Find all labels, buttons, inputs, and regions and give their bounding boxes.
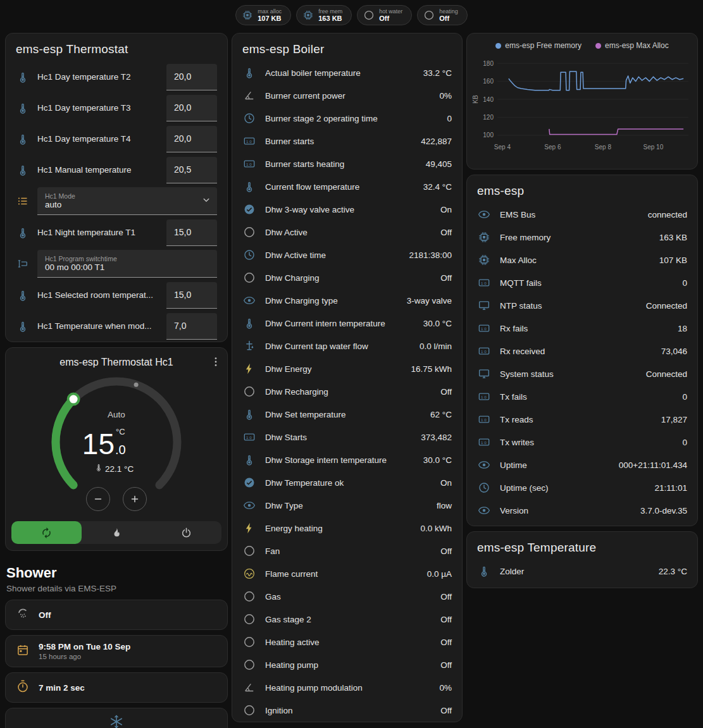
entity-icon-box (477, 299, 491, 312)
entity-row[interactable]: 1 0Burner starts422,887 (232, 130, 462, 152)
entity-row[interactable]: 1 0Rx received73,046 (467, 340, 697, 362)
entity-row[interactable]: Actual boiler temperature33.2 °C (232, 61, 462, 84)
entity-row[interactable]: 1 0Tx writes0 (467, 431, 697, 453)
entity-row[interactable]: 1 0Dhw Starts373,482 (232, 426, 462, 448)
counter-icon: 1 0 (478, 322, 490, 335)
boiler-entity-rows: Actual boiler temperature33.2 °CBurner c… (232, 61, 462, 722)
entity-state: 17,827 (661, 415, 687, 424)
entity-name: Hc1 Temperature when mod... (37, 321, 159, 331)
status-chip-heating[interactable]: heatingOff (417, 5, 468, 25)
entity-row[interactable]: 1 0Tx fails0 (467, 385, 697, 408)
entity-row[interactable]: Heating activeOff (232, 631, 462, 653)
entity-state: Off (440, 660, 452, 670)
mode-select[interactable]: Hc1 Modeauto (37, 187, 217, 215)
entity-row[interactable]: Dhw ChargingOff (232, 266, 462, 289)
thermometer-icon (16, 102, 29, 114)
temperature-input[interactable] (166, 157, 217, 183)
entity-row[interactable]: System statusConnected (467, 362, 697, 385)
entity-row[interactable]: Dhw Charging type3-way valve (232, 289, 462, 312)
shower-row[interactable]: 9:58 PM on Tue 10 Sep15 hours ago (5, 635, 228, 667)
setting-row-icon-box (16, 226, 30, 239)
entity-row[interactable]: IgnitionOff (232, 699, 462, 722)
entity-row[interactable]: Energy heating0.0 kWh (232, 517, 462, 540)
shower-row-secondary: 15 hours ago (39, 653, 130, 660)
entity-row[interactable]: Dhw Current tap water flow0.0 l/min (232, 335, 462, 357)
entity-row[interactable]: Dhw Active time2181:38:00 (232, 244, 462, 266)
entity-row[interactable]: Heating pumpOff (232, 653, 462, 676)
entity-row[interactable]: Dhw 3-way valve activeOn (232, 198, 462, 221)
entity-name: Dhw 3-way valve active (265, 205, 432, 214)
entity-name: Energy heating (265, 524, 411, 533)
entity-row[interactable]: Version3.7.0-dev.35 (467, 499, 697, 522)
status-chip-hot-water[interactable]: hot waterOff (357, 5, 412, 25)
counter-icon: 1 0 (243, 157, 256, 170)
entity-row[interactable]: Dhw Energy16.75 kWh (232, 357, 462, 380)
shower-icon (16, 607, 30, 620)
entity-row[interactable]: GasOff (232, 585, 462, 608)
temperature-input[interactable] (166, 282, 217, 309)
entity-state: 62 °C (430, 410, 452, 419)
entity-icon-box: 1 0 (242, 431, 256, 443)
entity-row[interactable]: NTP statusConnected (467, 294, 697, 317)
entity-state: 32.4 °C (423, 182, 452, 192)
entity-row[interactable]: Dhw Set temperature62 °C (232, 403, 462, 426)
mode-button-off[interactable] (151, 521, 221, 544)
entity-row[interactable]: Dhw Temperature okOn (232, 471, 462, 494)
mode-button-heat[interactable] (82, 521, 152, 544)
temperature-input[interactable] (166, 64, 217, 90)
entity-row[interactable]: Flame current0.0 µA (232, 562, 462, 585)
entity-row[interactable]: Current flow temperature32.4 °C (232, 175, 462, 198)
monitor-icon (478, 367, 490, 380)
chip-text: hot waterOff (379, 8, 402, 23)
entity-name: EMS Bus (500, 210, 639, 219)
entity-row[interactable]: EMS Busconnected (467, 203, 697, 226)
increase-button[interactable] (123, 487, 147, 511)
entity-row[interactable]: Zolder22.3 °C (467, 560, 697, 583)
legend-item[interactable]: ems-esp Max Alloc (595, 41, 669, 50)
entity-row[interactable]: Burner stage 2 operating time0 (232, 107, 462, 130)
status-chip-free-mem[interactable]: free mem163 KB (296, 5, 352, 25)
circle-icon (243, 590, 256, 603)
setting-row-icon-box (16, 133, 30, 145)
entity-row[interactable]: 1 0Burner starts heating49,405 (232, 152, 462, 175)
entity-row[interactable]: Burner current power0% (232, 84, 462, 107)
dial-knob[interactable] (68, 394, 79, 405)
shower-row[interactable]: 7 min 2 sec (5, 672, 228, 703)
shower-row[interactable]: Off (5, 600, 228, 630)
shower-extra-card[interactable] (5, 708, 228, 728)
entity-row[interactable]: 1 0MQTT fails0 (467, 271, 697, 294)
temperature-input[interactable] (166, 219, 217, 246)
entity-row[interactable]: 1 0Tx reads17,827 (467, 408, 697, 431)
shower-rows: Off9:58 PM on Tue 10 Sep15 hours ago7 mi… (5, 600, 228, 703)
entity-icon-box (242, 112, 256, 125)
entity-row[interactable]: Dhw ActiveOff (232, 221, 462, 244)
entity-row[interactable]: 1 0Rx fails18 (467, 317, 697, 340)
entity-row[interactable]: Dhw Current intern temperature30.0 °C (232, 312, 462, 335)
flash-icon (243, 522, 256, 534)
legend-item[interactable]: ems-esp Free memory (495, 41, 582, 50)
entity-icon-box (242, 681, 256, 694)
entity-row[interactable]: Uptime000+21:11:01.434 (467, 453, 697, 476)
entity-row[interactable]: Gas stage 2Off (232, 608, 462, 631)
entity-icon-box (477, 367, 491, 380)
temperature-input[interactable] (166, 126, 217, 152)
entity-row[interactable]: Uptime (sec)21:11:01 (467, 476, 697, 499)
status-chip-max-alloc[interactable]: max alloc107 KB (235, 5, 291, 25)
switchtime-field[interactable]: Hc1 Program switchtime00 mo 00:00 T1 (37, 250, 217, 278)
temperature-input[interactable] (166, 313, 217, 340)
mode-button-auto[interactable] (11, 521, 82, 544)
decrease-button[interactable] (86, 487, 110, 511)
entity-name: Heating pump (265, 660, 432, 670)
entity-row[interactable]: FanOff (232, 540, 462, 562)
entity-row[interactable]: Free memory163 KB (467, 226, 697, 249)
entity-row[interactable]: Heating pump modulation0% (232, 676, 462, 699)
temperature-input[interactable] (166, 95, 217, 121)
entity-name: Heating active (265, 638, 432, 647)
entity-row[interactable]: Dhw RechargingOff (232, 380, 462, 403)
more-options-button[interactable] (209, 355, 222, 370)
entity-row[interactable]: Max Alloc107 KB (467, 249, 697, 271)
entity-row[interactable]: Dhw Typeflow (232, 494, 462, 517)
entity-row[interactable]: Dhw Storage intern temperature30.0 °C (232, 448, 462, 471)
entity-state: 373,482 (421, 433, 452, 442)
entity-name: Hc1 Day temperature T2 (37, 72, 159, 82)
